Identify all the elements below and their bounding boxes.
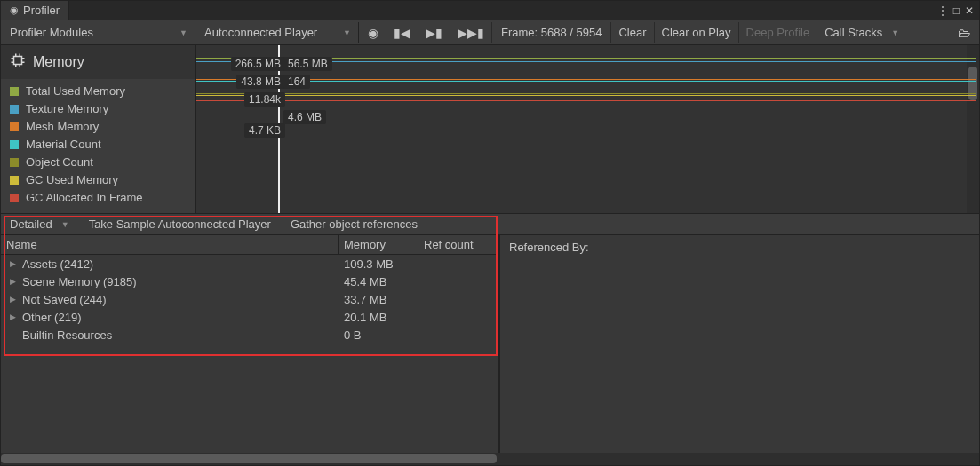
row-memory: 45.4 MB xyxy=(339,275,418,288)
memory-chart[interactable]: 266.5 MB43.8 MB11.84k4.7 KB56.5 MB1644.6… xyxy=(196,45,979,213)
window-maximize-icon[interactable]: □ xyxy=(953,4,960,17)
legend-swatch xyxy=(10,87,19,96)
chevron-down-icon: ▼ xyxy=(179,28,187,37)
last-frame-button[interactable]: ▶▶▮ xyxy=(450,22,492,43)
row-name: Other (219) xyxy=(22,311,81,324)
legend-item[interactable]: Total Used Memory xyxy=(10,84,187,98)
legend-label: Object Count xyxy=(26,155,93,169)
legend-swatch xyxy=(10,140,19,149)
bottom-scrollbar[interactable] xyxy=(1,453,979,465)
legend-swatch xyxy=(10,176,19,185)
legend-swatch xyxy=(10,194,19,202)
chip-icon xyxy=(10,52,26,72)
col-name[interactable]: Name xyxy=(1,235,339,254)
next-frame-button[interactable]: ▶▮ xyxy=(418,22,450,43)
chart-label-left: 11.84k xyxy=(244,92,285,107)
legend-label: GC Allocated In Frame xyxy=(26,191,143,204)
row-memory: 109.3 MB xyxy=(339,257,418,271)
svg-rect-0 xyxy=(14,57,22,65)
profiler-tab-label: Profiler xyxy=(23,4,60,17)
save-icon[interactable]: 🗁 xyxy=(951,26,977,40)
details-panel: Detailed ▼ Take Sample Autoconnected Pla… xyxy=(1,214,979,465)
row-name: Scene Memory (9185) xyxy=(22,275,137,288)
expander-icon[interactable]: ▶ xyxy=(10,259,19,268)
row-memory: 20.1 MB xyxy=(339,311,418,324)
legend: Total Used MemoryTexture MemoryMesh Memo… xyxy=(1,79,195,209)
profiler-modules-dropdown[interactable]: Profiler Modules ▼ xyxy=(3,22,195,43)
detail-view-dropdown[interactable]: Detailed ▼ xyxy=(4,216,75,233)
chevron-down-icon: ▼ xyxy=(891,28,899,37)
chart-line xyxy=(196,79,976,80)
legend-label: Material Count xyxy=(26,138,101,151)
chart-label-left: 266.5 MB xyxy=(231,57,285,71)
clear-button[interactable]: Clear xyxy=(611,22,654,43)
legend-item[interactable]: Mesh Memory xyxy=(10,120,187,133)
legend-item[interactable]: GC Allocated In Frame xyxy=(10,191,187,204)
chevron-down-icon: ▼ xyxy=(343,28,351,37)
window-close-icon[interactable]: ✕ xyxy=(965,4,974,17)
expander-icon[interactable]: ▶ xyxy=(10,295,19,304)
table-row[interactable]: ▶Assets (2412)109.3 MB xyxy=(1,255,498,272)
legend-label: GC Used Memory xyxy=(26,173,118,186)
player-label: Autoconnected Player xyxy=(204,26,317,39)
gather-refs-button[interactable]: Gather object references xyxy=(285,216,423,233)
call-stacks-dropdown[interactable]: Call Stacks ▼ xyxy=(817,22,903,43)
detail-toolbar: Detailed ▼ Take Sample Autoconnected Pla… xyxy=(1,214,979,235)
record-button[interactable]: ◉ xyxy=(361,22,386,43)
legend-item[interactable]: Material Count xyxy=(10,138,187,151)
chart-label-right: 4.6 MB xyxy=(283,110,326,124)
frame-indicator: Frame: 5688 / 5954 xyxy=(492,22,611,43)
call-stacks-label: Call Stacks xyxy=(825,26,882,39)
scroll-thumb[interactable] xyxy=(1,454,497,463)
chart-line xyxy=(196,81,976,82)
row-name: Builtin Resources xyxy=(22,328,112,342)
legend-swatch xyxy=(10,122,19,131)
profiler-tab[interactable]: ◉ Profiler xyxy=(1,1,69,20)
legend-item[interactable]: Texture Memory xyxy=(10,102,187,115)
table-row[interactable]: ▶Other (219)20.1 MB xyxy=(1,308,498,326)
tree-pane: Name Memory Ref count ▶Assets (2412)109.… xyxy=(1,235,500,465)
chart-label-left: 4.7 KB xyxy=(244,123,285,138)
row-name: Not Saved (244) xyxy=(22,293,107,306)
column-headers: Name Memory Ref count xyxy=(1,235,498,255)
table-row[interactable]: ▶Scene Memory (9185)45.4 MB xyxy=(1,272,498,290)
legend-item[interactable]: GC Used Memory xyxy=(10,173,187,186)
chart-scrollbar[interactable] xyxy=(967,45,979,213)
titlebar: ◉ Profiler ⋮ □ ✕ xyxy=(1,1,979,20)
take-sample-button[interactable]: Take Sample Autoconnected Player xyxy=(84,216,276,233)
profiler-icon: ◉ xyxy=(10,4,19,16)
legend-item[interactable]: Object Count xyxy=(10,155,187,169)
chart-line xyxy=(196,93,976,94)
legend-swatch xyxy=(10,105,19,114)
legend-swatch xyxy=(10,158,19,167)
detail-view-label: Detailed xyxy=(10,217,52,231)
col-refcount[interactable]: Ref count xyxy=(418,235,498,254)
clear-on-play-button[interactable]: Clear on Play xyxy=(655,22,739,43)
player-dropdown[interactable]: Autoconnected Player ▼ xyxy=(197,22,359,43)
expander-icon[interactable]: ▶ xyxy=(10,312,19,321)
col-memory[interactable]: Memory xyxy=(339,235,418,254)
chart-line xyxy=(196,95,976,96)
legend-label: Total Used Memory xyxy=(26,84,125,98)
chart-line xyxy=(196,100,976,101)
deep-profile-button[interactable]: Deep Profile xyxy=(739,22,818,43)
row-name: Assets (2412) xyxy=(22,257,93,271)
chevron-down-icon: ▼ xyxy=(61,220,69,229)
module-sidebar: Memory Total Used MemoryTexture MemoryMe… xyxy=(1,45,196,213)
tree-rows: ▶Assets (2412)109.3 MB▶Scene Memory (918… xyxy=(1,255,498,465)
table-row[interactable]: Builtin Resources0 B xyxy=(1,326,498,344)
expander-icon[interactable]: ▶ xyxy=(10,277,19,286)
table-row[interactable]: ▶Not Saved (244)33.7 MB xyxy=(1,290,498,308)
row-memory: 33.7 MB xyxy=(339,293,418,306)
legend-label: Mesh Memory xyxy=(26,120,99,133)
chart-label-right: 164 xyxy=(283,75,310,89)
referenced-by-pane: Referenced By: xyxy=(500,235,979,465)
memory-module-header[interactable]: Memory xyxy=(1,45,195,79)
window-menu-icon[interactable]: ⋮ xyxy=(937,4,948,17)
toolbar: Profiler Modules ▼ Autoconnected Player … xyxy=(1,20,979,45)
legend-label: Texture Memory xyxy=(26,102,108,115)
chart-label-right: 56.5 MB xyxy=(283,57,332,71)
profiler-modules-label: Profiler Modules xyxy=(10,26,93,39)
memory-module-label: Memory xyxy=(33,54,84,70)
prev-frame-button[interactable]: ▮◀ xyxy=(386,22,418,43)
